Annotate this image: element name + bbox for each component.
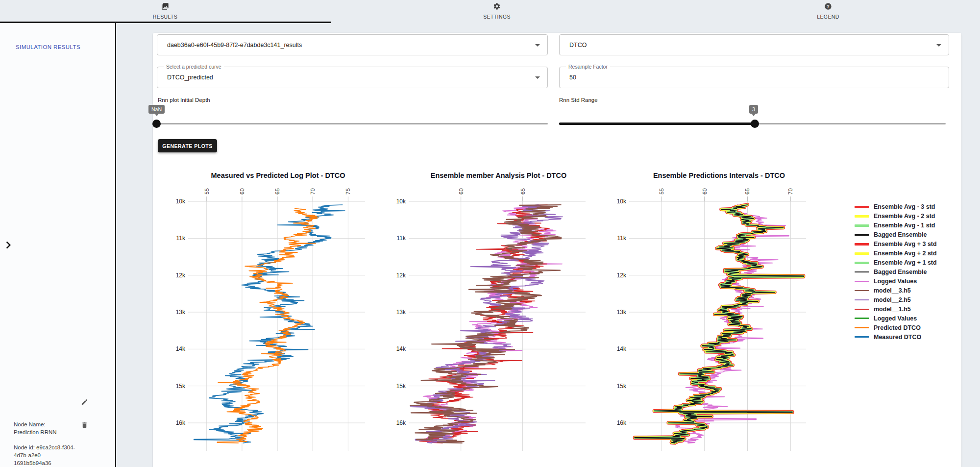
dropdown-arrow-icon — [535, 44, 540, 47]
svg-text:?: ? — [827, 4, 829, 9]
y-tick-label: 15k — [617, 383, 627, 390]
x-tick-label: 70 — [787, 188, 793, 195]
results-select[interactable]: daeb36a0-e60f-45b9-87f2-e7dabde3c141_res… — [157, 34, 548, 55]
y-tick-label: 15k — [396, 383, 406, 390]
x-tick-label: 65 — [274, 188, 280, 195]
y-tick-label: 11k — [176, 235, 186, 242]
dropdown-arrow-icon — [936, 44, 941, 47]
chart-title: Measured vs Predicted Log Plot - DTCO — [211, 172, 345, 179]
legend-swatch — [855, 271, 869, 273]
generate-plots-button[interactable]: GENERATE PLOTS — [158, 139, 217, 152]
depth-slider-label: Rnn plot Initial Depth — [158, 97, 210, 103]
x-tick-label: 60 — [458, 188, 464, 195]
sidebar: SIMULATION RESULTS Node Name: Prediction… — [0, 23, 116, 467]
legend-entry: Logged Values — [855, 314, 937, 323]
tab-settings[interactable]: SETTINGS — [460, 2, 534, 20]
y-tick-label: 12k — [617, 272, 627, 279]
y-tick-label: 13k — [396, 309, 406, 316]
series-ensemble-band-avg-1-2-3-std-bagged-ensemble- — [635, 205, 803, 443]
series-measured-dtco — [194, 205, 345, 443]
y-tick-label: 13k — [176, 309, 186, 316]
legend-entry: model__3.h5 — [855, 286, 937, 295]
legend-label: Ensemble Avg - 2 std — [874, 213, 935, 220]
legend-swatch — [855, 262, 869, 264]
predicted-curve-select-label: Select a predicted curve — [164, 64, 224, 70]
series-ensemble-band-avg-1-2-3-std-bagged-ensemble- — [635, 205, 803, 443]
y-tick-label: 16k — [617, 419, 627, 426]
y-tick-label: 14k — [396, 345, 406, 352]
x-tick-label: 75 — [345, 188, 351, 195]
legend-entry: Logged Values — [855, 277, 937, 286]
tab-legend-label: LEGEND — [817, 14, 839, 20]
tooltip-pointer — [155, 114, 159, 116]
legend-label: Bagged Ensemble — [874, 231, 927, 238]
legend-entry: Ensemble Avg - 1 std — [855, 221, 937, 230]
legend-label: Ensemble Avg + 2 std — [874, 250, 937, 257]
depth-slider-tooltip: NaN — [148, 105, 165, 114]
tab-results[interactable]: RESULTS — [128, 2, 202, 20]
edit-icon[interactable] — [81, 398, 88, 408]
legend-label: Ensemble Avg + 3 std — [874, 241, 937, 247]
y-tick-label: 14k — [617, 345, 627, 352]
sidebar-title: SIMULATION RESULTS — [16, 44, 80, 50]
y-tick-label: 11k — [397, 235, 406, 242]
legend-entry: Ensemble Avg - 2 std — [855, 212, 937, 221]
depth-slider-thumb[interactable] — [152, 120, 161, 128]
legend-label: Logged Values — [874, 315, 917, 322]
legend-swatch — [855, 243, 869, 246]
curve-select[interactable]: DTCO — [559, 34, 949, 55]
chevron-right-icon — [1, 246, 16, 254]
dropdown-arrow-icon — [535, 76, 540, 79]
curve-select-value: DTCO — [569, 42, 587, 49]
legend-entry: Ensemble Avg + 2 std — [855, 249, 937, 258]
std-slider-track-active[interactable] — [559, 123, 755, 125]
y-tick-label: 13k — [617, 309, 627, 316]
legend-swatch — [855, 309, 869, 310]
legend-label: Bagged Ensemble — [874, 269, 927, 275]
std-slider-thumb[interactable] — [751, 120, 759, 128]
legend-entry: Ensemble Avg - 3 std — [855, 202, 937, 212]
node-id-text: Node id: e9ca2cc8-f304-4d7b-a2e0-1691b5b… — [14, 443, 78, 467]
chart-2: Ensemble member Analysis Plot - DTCO10k1… — [382, 169, 593, 458]
series-ensemble-band-avg-1-2-3-std-bagged-ensemble- — [635, 205, 803, 443]
depth-slider-track[interactable] — [157, 123, 548, 124]
legend-swatch — [855, 318, 869, 319]
delete-icon[interactable] — [81, 421, 88, 431]
results-select-value: daeb36a0-e60f-45b9-87f2-e7dabde3c141_res… — [167, 42, 302, 49]
legend-swatch — [855, 281, 869, 282]
top-tab-bar: RESULTS SETTINGS ? LEGEND — [0, 0, 980, 23]
tooltip-pointer — [752, 114, 756, 116]
legend-swatch — [855, 299, 869, 301]
legend-entry: Measured DTCO — [855, 332, 937, 342]
legend-label: model__1.h5 — [874, 306, 911, 313]
predicted-curve-select[interactable]: Select a predicted curve DTCO_predicted — [157, 67, 548, 88]
gear-icon — [493, 2, 501, 12]
tab-settings-label: SETTINGS — [483, 14, 511, 20]
std-slider-track[interactable] — [755, 123, 946, 124]
legend-entry: Predicted DTCO — [855, 323, 937, 332]
help-icon: ? — [824, 2, 832, 12]
chart-title: Ensemble member Analysis Plot - DTCO — [431, 172, 566, 179]
resample-factor-label: Resample Factor — [566, 64, 610, 70]
y-tick-label: 15k — [176, 383, 186, 390]
y-tick-label: 14k — [176, 345, 186, 352]
y-tick-label: 10k — [176, 198, 186, 205]
series-ensemble-band-avg-1-2-3-std-bagged-ensemble- — [635, 205, 803, 443]
legend-label: Ensemble Avg - 3 std — [874, 203, 935, 210]
sidebar-expand-button[interactable] — [1, 238, 17, 253]
std-slider-tooltip: 3 — [749, 105, 758, 114]
legend-label: Measured DTCO — [874, 334, 921, 341]
tab-legend[interactable]: ? LEGEND — [791, 2, 865, 20]
y-tick-label: 16k — [176, 419, 186, 426]
x-tick-label: 65 — [520, 188, 526, 195]
resample-factor-field[interactable]: Resample Factor 50 — [559, 67, 949, 88]
legend-swatch — [855, 215, 869, 218]
legend-label: Logged Values — [874, 278, 917, 285]
legend-swatch — [855, 224, 869, 227]
y-tick-label: 12k — [396, 272, 406, 279]
legend-entry: Ensemble Avg + 3 std — [855, 240, 937, 249]
plot-legend: Ensemble Avg - 3 stdEnsemble Avg - 2 std… — [855, 202, 937, 342]
x-tick-label: 55 — [204, 188, 210, 195]
y-tick-label: 10k — [617, 198, 627, 205]
y-tick-label: 10k — [396, 198, 406, 205]
